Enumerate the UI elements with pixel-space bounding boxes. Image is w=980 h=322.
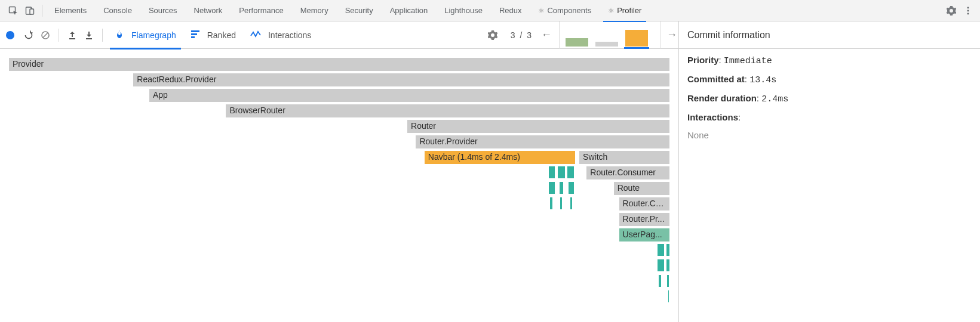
flamegraph-node[interactable]: Router.Consumer: [586, 166, 670, 180]
record-button[interactable]: [6, 31, 14, 39]
devtools-tab-lighthouse[interactable]: Lighthouse: [436, 0, 491, 21]
tab-flamegraph-label: Flamegraph: [131, 30, 176, 40]
svg-point-5: [967, 13, 969, 14]
flamegraph-node-small[interactable]: [658, 274, 662, 287]
profiler-settings-icon[interactable]: [484, 27, 501, 44]
tab-ranked[interactable]: Ranked: [183, 21, 243, 49]
flamegraph-node-small[interactable]: [657, 259, 665, 272]
flamegraph-node-small[interactable]: [548, 166, 555, 179]
sidebar-title: Commit information: [687, 30, 770, 41]
flamegraph-node-small[interactable]: [570, 197, 573, 210]
flamegraph-node[interactable]: Router.Provider: [415, 135, 670, 149]
devtools-tab-redux[interactable]: Redux: [491, 0, 530, 21]
devtools-tab-memory[interactable]: Memory: [292, 0, 337, 21]
flamegraph-node-small[interactable]: [567, 166, 575, 179]
flamegraph-node[interactable]: Switch: [579, 150, 670, 165]
devtools-tab-label: Lighthouse: [444, 6, 483, 15]
flamegraph-node[interactable]: Provider: [8, 57, 670, 72]
flamegraph-node[interactable]: ReactRedux.Provider: [133, 73, 670, 87]
svg-rect-9: [191, 36, 195, 38]
duration-value: 2.4ms: [761, 94, 788, 104]
download-icon[interactable]: [81, 27, 97, 44]
flamegraph[interactable]: ProviderReactRedux.ProviderAppBrowserRou…: [8, 57, 670, 314]
tab-interactions-label: Interactions: [268, 30, 311, 40]
settings-gear-icon[interactable]: [943, 2, 960, 19]
devtools-tab-label: Performance: [239, 6, 283, 15]
flamegraph-node[interactable]: BrowserRouter: [225, 104, 670, 118]
flamegraph-node-small[interactable]: [548, 181, 555, 194]
interactions-value: None: [687, 126, 972, 144]
flamegraph-node[interactable]: Route: [613, 181, 670, 196]
devtools-tab-elements[interactable]: Elements: [46, 0, 95, 21]
flamegraph-node[interactable]: Router.Co...: [619, 197, 670, 211]
flamegraph-node[interactable]: Navbar (1.4ms of 2.4ms): [424, 150, 576, 165]
duration-label: Render duration: [687, 93, 757, 103]
commit-counter: 3 / 3: [505, 30, 537, 40]
flamegraph-node-small[interactable]: [560, 197, 563, 210]
flamegraph-node-small[interactable]: [559, 181, 564, 194]
devtools-tab-profiler[interactable]: ⚛Profiler: [600, 0, 650, 21]
devtools-tab-label: Redux: [499, 6, 522, 15]
devtools-tab-label: Components: [547, 6, 591, 15]
flamegraph-node-small[interactable]: [549, 197, 553, 210]
next-commit-button[interactable]: →: [660, 29, 678, 41]
flamegraph-node-small[interactable]: [668, 290, 669, 303]
clear-icon[interactable]: [37, 27, 54, 44]
devtools-tab-sources[interactable]: Sources: [140, 0, 186, 21]
prev-commit-button[interactable]: ←: [537, 29, 555, 41]
flamegraph-node-small[interactable]: [666, 243, 670, 256]
svg-rect-7: [191, 30, 199, 32]
tab-flamegraph[interactable]: Flamegraph: [107, 21, 183, 49]
separator: [59, 29, 59, 42]
flamegraph-node-small[interactable]: [657, 243, 665, 256]
svg-point-3: [967, 7, 969, 8]
devtools-tab-console[interactable]: Console: [95, 0, 140, 21]
upload-icon[interactable]: [64, 27, 81, 44]
inspect-element-icon[interactable]: [5, 2, 21, 19]
flamegraph-node[interactable]: Router: [407, 119, 670, 134]
interactions-icon: [250, 30, 265, 40]
separator: [102, 29, 103, 42]
commit-overview[interactable]: [559, 21, 660, 49]
devtools-tab-label: Security: [345, 6, 373, 15]
devtools-tab-label: Profiler: [617, 6, 641, 15]
svg-rect-8: [191, 33, 197, 35]
devtools-tab-label: Console: [103, 6, 132, 15]
interactions-label: Interactions: [687, 112, 738, 122]
devtools-tab-label: Sources: [149, 6, 177, 15]
flamegraph-node[interactable]: App: [149, 88, 670, 103]
flamegraph-node[interactable]: Router.Pr...: [619, 212, 670, 227]
flamegraph-node-small[interactable]: [666, 274, 669, 287]
committed-label: Committed at: [687, 74, 745, 84]
svg-rect-2: [30, 9, 34, 14]
flamegraph-node-small[interactable]: [568, 181, 575, 194]
priority-label: Priority: [687, 55, 719, 65]
react-atom-icon: ⚛: [538, 7, 545, 15]
commit-overview-bar[interactable]: [625, 25, 648, 47]
priority-value: Immediate: [724, 56, 772, 66]
reload-icon[interactable]: [20, 27, 37, 44]
devtools-tab-components[interactable]: ⚛Components: [530, 0, 600, 21]
svg-point-4: [967, 10, 969, 11]
separator: [42, 5, 42, 17]
commit-overview-bar[interactable]: [595, 25, 618, 47]
devtools-tab-label: Memory: [300, 6, 328, 15]
commit-overview-bar[interactable]: [566, 25, 588, 47]
tab-ranked-label: Ranked: [207, 30, 236, 40]
devtools-tab-label: Network: [194, 6, 223, 15]
react-atom-icon: ⚛: [608, 7, 615, 15]
flamegraph-node-small[interactable]: [666, 259, 670, 272]
devtools-tab-network[interactable]: Network: [186, 0, 231, 21]
devtools-tab-application[interactable]: Application: [382, 0, 437, 21]
flamegraph-node[interactable]: UserPag...: [619, 228, 670, 242]
devtools-tab-security[interactable]: Security: [337, 0, 382, 21]
flamegraph-node-small[interactable]: [557, 166, 566, 179]
devtools-tab-label: Application: [390, 6, 428, 15]
kebab-menu-icon[interactable]: [960, 2, 976, 19]
device-toolbar-icon[interactable]: [21, 2, 38, 19]
tab-interactions[interactable]: Interactions: [243, 21, 318, 49]
ranked-icon: [191, 29, 204, 41]
devtools-tab-performance[interactable]: Performance: [231, 0, 291, 21]
flame-icon: [115, 29, 128, 41]
commit-info-panel: Priority: Immediate Committed at: 13.4s …: [678, 49, 980, 322]
